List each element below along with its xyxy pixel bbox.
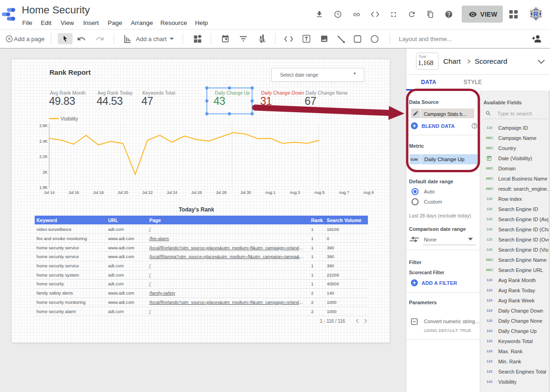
- svg-text:Jul 14: Jul 14: [44, 190, 55, 195]
- svg-text:Aug 9: Aug 9: [363, 190, 374, 195]
- svg-text:Aug 5: Aug 5: [314, 190, 325, 195]
- svg-text:R: R: [533, 10, 538, 18]
- svg-text:Aug 7: Aug 7: [339, 190, 349, 195]
- svg-text:Jul 16: Jul 16: [68, 190, 79, 195]
- svg-text:2.4K: 2.4K: [39, 139, 48, 144]
- svg-text:2.2K: 2.2K: [39, 154, 48, 159]
- svg-text:Jul 22: Jul 22: [142, 190, 153, 195]
- svg-text:Aug 3: Aug 3: [290, 190, 300, 195]
- svg-text:1.8K: 1.8K: [39, 185, 48, 190]
- svg-text:2.6K: 2.6K: [39, 123, 48, 128]
- svg-text:2K: 2K: [43, 170, 48, 175]
- svg-text:Jul 18: Jul 18: [93, 190, 104, 195]
- svg-text:Aug 1: Aug 1: [265, 190, 276, 195]
- svg-text:Jul 30: Jul 30: [240, 190, 251, 195]
- svg-text:Jul 26: Jul 26: [191, 190, 202, 195]
- svg-text:Jul 28: Jul 28: [216, 190, 226, 195]
- svg-text:Jul 24: Jul 24: [167, 190, 177, 195]
- svg-text:Visibility: Visibility: [61, 116, 78, 121]
- svg-text:Jul 20: Jul 20: [117, 190, 128, 195]
